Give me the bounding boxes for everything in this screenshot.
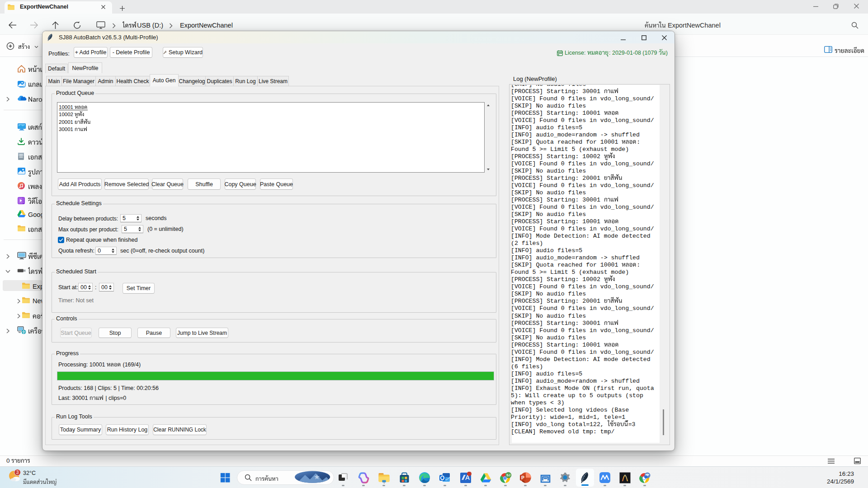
svg-text:P: P: [521, 475, 524, 480]
svg-text:SJ: SJ: [506, 473, 510, 477]
